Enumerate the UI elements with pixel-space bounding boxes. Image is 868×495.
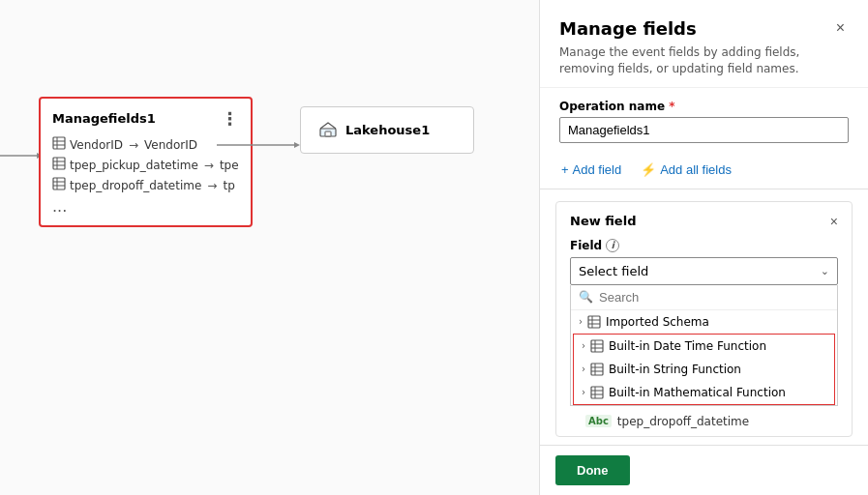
- add-all-fields-button[interactable]: ⚡ Add all fields: [639, 160, 733, 179]
- canvas-area: Managefields1 ⋮ VendorID → VendorID: [0, 0, 539, 495]
- lakehouse-node[interactable]: Lakehouse1: [300, 106, 474, 154]
- row-from-1: tpep_pickup_datetime: [70, 159, 198, 172]
- tree-label-3: Built-in Mathematical Function: [609, 386, 786, 399]
- row-arrow-1: →: [204, 159, 214, 172]
- svg-rect-10: [53, 178, 65, 189]
- row-to-1: tpe: [220, 159, 239, 172]
- panel-description: Manage the event fields by adding fields…: [559, 44, 849, 77]
- svg-rect-17: [325, 131, 331, 136]
- node-title: Managefields1 ⋮: [52, 108, 239, 129]
- tree-label-1: Built-in Date Time Function: [609, 339, 766, 353]
- row-to-2: tp: [223, 179, 234, 192]
- svg-rect-6: [53, 158, 65, 169]
- node-menu-icon[interactable]: ⋮: [222, 108, 239, 129]
- lakehouse-icon: [318, 119, 338, 141]
- tree-item-math[interactable]: › Built-in Mathematical Function: [574, 381, 834, 404]
- tree-chevron-0: ›: [579, 316, 583, 327]
- tree-label-0: Imported Schema: [606, 315, 709, 329]
- new-field-title: New field: [570, 214, 636, 228]
- table-icon-2: [52, 177, 66, 193]
- node-row-2: tpep_dropoff_datetime → tp: [52, 177, 239, 193]
- table-icon-1: [52, 157, 66, 173]
- row-to-0: VendorID: [144, 138, 197, 152]
- panel-header: Manage fields × Manage the event fields …: [540, 0, 868, 88]
- tree-chevron-2: ›: [582, 364, 585, 374]
- row-from-2: tpep_dropoff_datetime: [70, 179, 201, 192]
- search-input[interactable]: [599, 290, 829, 305]
- search-box: 🔍: [571, 285, 837, 310]
- right-panel: Manage fields × Manage the event fields …: [539, 0, 868, 495]
- new-field-box: New field × Field i Select field ⌄ 🔍 ›: [555, 201, 853, 437]
- row-arrow-2: →: [207, 179, 217, 192]
- abc-badge: Abc: [585, 415, 612, 427]
- row-from-0: VendorID: [70, 138, 123, 152]
- search-icon: 🔍: [579, 290, 593, 304]
- bottom-field-item: Abc tpep_dropoff_datetime: [570, 410, 838, 433]
- table-icon-datetime: [590, 339, 604, 353]
- bottom-field-label: tpep_dropoff_datetime: [617, 415, 749, 428]
- lakehouse-title: Lakehouse1: [345, 123, 430, 137]
- new-field-header: New field ×: [570, 214, 838, 229]
- node-row-1: tpep_pickup_datetime → tpe: [52, 157, 239, 173]
- svg-rect-30: [591, 387, 603, 398]
- new-field-close-button[interactable]: ×: [830, 214, 838, 229]
- node-row-0: VendorID → VendorID: [52, 136, 239, 153]
- dropdown-list: 🔍 › Imported Schema ›: [570, 285, 838, 406]
- info-icon: i: [606, 239, 619, 252]
- add-field-label: Add field: [573, 162, 622, 177]
- plus-icon: +: [561, 162, 569, 177]
- table-icon-string: [590, 363, 604, 376]
- panel-title-row: Manage fields ×: [559, 17, 849, 39]
- required-star: *: [669, 100, 674, 113]
- chevron-down-icon: ⌄: [821, 265, 829, 277]
- svg-rect-2: [53, 137, 65, 149]
- operation-name-section: Operation name *: [540, 88, 868, 155]
- panel-close-button[interactable]: ×: [832, 17, 849, 39]
- field-label-row: Field i: [570, 239, 838, 252]
- row-arrow-0: →: [129, 138, 138, 152]
- tree-item-imported-schema[interactable]: › Imported Schema: [571, 310, 837, 334]
- tree-item-datetime[interactable]: › Built-in Date Time Function: [574, 335, 834, 358]
- tree-label-2: Built-in String Function: [609, 363, 741, 376]
- bolt-icon: ⚡: [641, 162, 656, 177]
- field-label-text: Field: [570, 239, 602, 252]
- tree-chevron-1: ›: [582, 340, 585, 351]
- select-field-placeholder: Select field: [579, 264, 648, 278]
- table-icon-schema: [587, 315, 601, 329]
- svg-rect-26: [591, 364, 603, 375]
- panel-title-text: Manage fields: [559, 18, 697, 39]
- done-button[interactable]: Done: [555, 455, 630, 485]
- add-field-button[interactable]: + Add field: [559, 160, 623, 179]
- operation-label: Operation name *: [559, 100, 849, 113]
- connector-arrow: [217, 138, 300, 140]
- node-ellipsis: ...: [52, 197, 239, 216]
- table-icon-0: [52, 136, 66, 153]
- managefields-node[interactable]: Managefields1 ⋮ VendorID → VendorID: [39, 97, 253, 227]
- tree-chevron-3: ›: [582, 387, 585, 397]
- tree-item-string[interactable]: › Built-in String Function: [574, 358, 834, 381]
- svg-rect-22: [591, 340, 603, 352]
- divider: [540, 189, 868, 189]
- done-row: Done: [540, 445, 868, 495]
- select-field-dropdown[interactable]: Select field ⌄: [570, 257, 838, 285]
- operation-name-input[interactable]: [559, 117, 849, 143]
- node-name: Managefields1: [52, 111, 156, 126]
- table-icon-math: [590, 386, 604, 399]
- svg-rect-18: [588, 316, 600, 328]
- highlighted-group: › Built-in Date Time Function ›: [573, 334, 835, 405]
- add-all-label: Add all fields: [660, 162, 732, 177]
- add-field-row: + Add field ⚡ Add all fields: [540, 155, 868, 185]
- arrow-in: [0, 149, 43, 151]
